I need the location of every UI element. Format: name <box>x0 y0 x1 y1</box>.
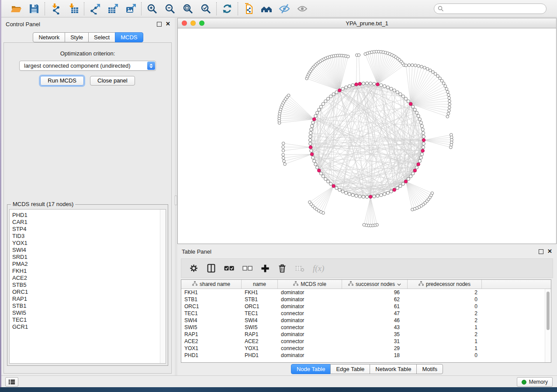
dominator-node[interactable] <box>369 195 372 199</box>
network-node[interactable] <box>450 146 453 149</box>
table-tab-node-table[interactable]: Node Table <box>291 364 331 374</box>
network-node[interactable] <box>365 195 368 198</box>
network-node[interactable] <box>282 145 285 148</box>
network-node[interactable] <box>445 87 448 90</box>
cell-predecessor-nodes[interactable]: 2 <box>408 331 482 338</box>
network-node[interactable] <box>399 185 402 188</box>
network-node[interactable] <box>448 109 451 112</box>
network-node[interactable] <box>448 103 451 106</box>
network-node[interactable] <box>422 131 425 134</box>
mcds-result-item[interactable]: SWI4 <box>12 247 159 254</box>
network-node[interactable] <box>417 65 420 68</box>
dominator-node[interactable] <box>358 82 362 86</box>
column-header-shared-name[interactable]: shared name <box>181 280 242 289</box>
network-node[interactable] <box>373 82 376 85</box>
result-list-scrollbar[interactable] <box>160 210 166 363</box>
mcds-result-item[interactable]: PHD1 <box>12 212 159 219</box>
cell-shared-name[interactable]: SWI4 <box>181 317 242 324</box>
network-node[interactable] <box>345 191 348 194</box>
mcds-result-item[interactable]: YOX1 <box>12 240 159 247</box>
network-node[interactable] <box>436 75 439 78</box>
table-tab-edge-table[interactable]: Edge Table <box>330 364 370 374</box>
network-node[interactable] <box>440 79 443 83</box>
network-node[interactable] <box>419 121 422 124</box>
network-node[interactable] <box>383 193 386 196</box>
mcds-result-item[interactable]: GCR1 <box>12 323 159 330</box>
function-builder-icon[interactable]: f(x) <box>313 264 324 273</box>
table-row[interactable]: ORC1ORC1dominator610 <box>181 303 551 310</box>
close-panel-button[interactable]: Close panel <box>90 76 135 86</box>
import-network-icon[interactable] <box>50 3 61 14</box>
mcds-result-item[interactable]: CAR1 <box>12 219 159 226</box>
network-node[interactable] <box>446 90 449 93</box>
network-node[interactable] <box>310 128 313 131</box>
open-file-icon[interactable] <box>10 3 22 14</box>
mcds-result-list[interactable]: PHD1CAR1STP4TID3YOX1SWI4SRD1PMA2FKH1ACE2… <box>9 209 166 364</box>
cell-predecessor-nodes[interactable]: 1 <box>408 324 482 331</box>
network-node[interactable] <box>283 160 286 163</box>
network-node[interactable] <box>448 106 451 109</box>
network-node[interactable] <box>408 64 411 67</box>
zoom-fit-icon[interactable] <box>182 3 194 14</box>
table-row[interactable]: SWI5SWI5connector431 <box>181 324 551 331</box>
network-node[interactable] <box>341 87 344 90</box>
cell-successor-nodes[interactable]: 47 <box>342 310 408 317</box>
network-node[interactable] <box>399 93 402 96</box>
table-scrollbar-thumb[interactable] <box>547 292 550 330</box>
cell-MCDS-role[interactable]: dominator <box>278 296 342 303</box>
network-node[interactable] <box>351 193 354 196</box>
memory-button[interactable]: Memory <box>517 377 553 387</box>
cell-successor-nodes[interactable]: 46 <box>342 317 408 324</box>
network-node[interactable] <box>332 93 335 96</box>
network-node[interactable] <box>415 166 418 169</box>
cell-predecessor-nodes[interactable]: 2 <box>408 310 482 317</box>
run-mcds-button[interactable]: Run MCDS <box>40 76 84 86</box>
zoom-out-icon[interactable] <box>164 3 176 14</box>
network-node[interactable] <box>383 85 386 88</box>
table-row[interactable]: SWI4SWI4dominator462 <box>181 317 551 324</box>
mcds-result-item[interactable]: STB5 <box>12 282 159 289</box>
cell-predecessor-nodes[interactable]: 0 <box>408 303 482 310</box>
cell-name[interactable]: SWI5 <box>242 324 278 331</box>
export-network-icon[interactable] <box>89 3 100 14</box>
search-input[interactable] <box>434 3 547 14</box>
network-node[interactable] <box>434 72 437 76</box>
cell-name[interactable]: ORC1 <box>242 303 278 310</box>
tab-style[interactable]: Style <box>65 32 89 42</box>
dominator-node[interactable] <box>393 188 396 192</box>
network-node[interactable] <box>282 153 285 156</box>
network-node[interactable] <box>423 66 426 69</box>
network-node[interactable] <box>282 142 285 145</box>
mcds-result-item[interactable]: SRD1 <box>12 254 159 261</box>
dominator-node[interactable] <box>310 153 314 156</box>
table-row[interactable]: PHD1PHD1dominator180 <box>181 352 551 359</box>
network-node[interactable] <box>282 156 285 159</box>
add-column-plus-icon[interactable] <box>261 264 270 273</box>
network-node[interactable] <box>448 96 451 100</box>
network-node[interactable] <box>363 224 366 227</box>
cell-MCDS-role[interactable]: dominator <box>278 331 342 338</box>
network-node[interactable] <box>329 182 332 186</box>
dominator-node[interactable] <box>417 163 420 166</box>
network-node[interactable] <box>418 159 421 162</box>
cell-predecessor-nodes[interactable]: 2 <box>408 289 482 296</box>
cell-shared-name[interactable]: STB1 <box>181 296 242 303</box>
network-node[interactable] <box>348 85 351 88</box>
cell-successor-nodes[interactable]: 18 <box>342 352 408 359</box>
zoom-selected-icon[interactable] <box>200 3 211 14</box>
cell-successor-nodes[interactable]: 62 <box>342 296 408 303</box>
network-node[interactable] <box>335 186 338 189</box>
cell-name[interactable]: STB1 <box>242 296 278 303</box>
criterion-select[interactable]: largest connected component (undirected) <box>19 61 156 71</box>
tab-mcds[interactable]: MCDS <box>115 32 143 42</box>
cell-shared-name[interactable]: SWI5 <box>181 324 242 331</box>
network-node[interactable] <box>386 191 389 194</box>
network-node[interactable] <box>341 190 344 193</box>
network-node[interactable] <box>411 64 414 67</box>
deselect-all-icon[interactable] <box>242 265 253 271</box>
network-node[interactable] <box>412 172 415 175</box>
cell-name[interactable]: SWI4 <box>242 317 278 324</box>
network-node[interactable] <box>329 95 332 98</box>
cell-predecessor-nodes[interactable]: 0 <box>408 296 482 303</box>
delete-table-icon[interactable] <box>295 265 304 272</box>
